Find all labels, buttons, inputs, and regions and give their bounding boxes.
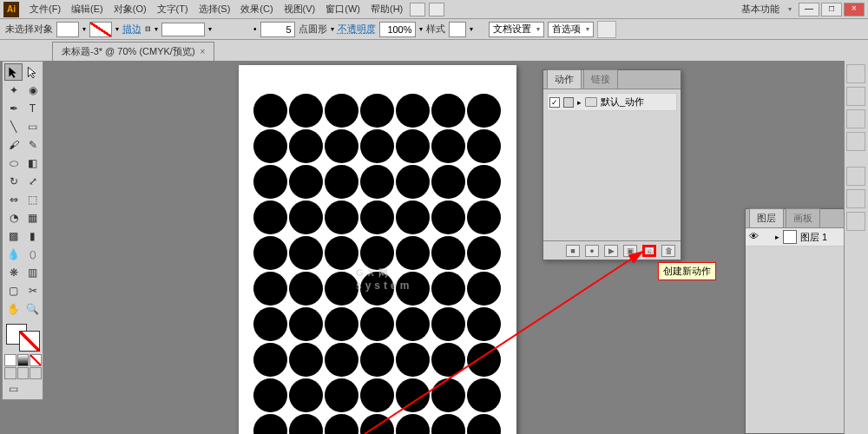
circle-shape[interactable]	[253, 236, 287, 270]
perspective-tool[interactable]: ▦	[23, 209, 42, 227]
circle-shape[interactable]	[467, 343, 501, 377]
gradient-mode-icon[interactable]	[17, 354, 30, 366]
circle-shape[interactable]	[467, 201, 501, 234]
hand-tool[interactable]: ✋	[4, 300, 23, 318]
shape-builder-tool[interactable]: ◔	[4, 209, 23, 227]
draw-behind-icon[interactable]	[17, 367, 30, 379]
new-action-icon[interactable]: ⎘	[642, 245, 656, 257]
circle-shape[interactable]	[325, 307, 358, 341]
circle-shape[interactable]	[396, 94, 430, 128]
circle-shape[interactable]	[325, 414, 358, 434]
circle-shape[interactable]	[253, 343, 287, 377]
circle-shape[interactable]	[431, 201, 465, 234]
circle-shape[interactable]	[396, 129, 430, 163]
circle-shape[interactable]	[289, 378, 323, 412]
circle-shape[interactable]	[360, 201, 394, 234]
circle-shape[interactable]	[467, 307, 501, 341]
circle-shape[interactable]	[467, 129, 501, 163]
pencil-tool[interactable]: ✎	[23, 136, 42, 154]
circle-shape[interactable]	[360, 343, 394, 377]
menu-view[interactable]: 视图(V)	[279, 1, 321, 17]
tab-artboards[interactable]: 画板	[786, 208, 820, 227]
pen-tool[interactable]: ✒	[4, 100, 23, 117]
toggle-dialog-check[interactable]	[563, 97, 574, 108]
blend-tool[interactable]: ⬯	[23, 246, 42, 263]
stroke-color[interactable]	[19, 331, 40, 352]
circle-shape[interactable]	[289, 343, 323, 377]
document-tab[interactable]: 未标题-3* @ 70% (CMYK/预览) ×	[52, 42, 214, 61]
graph-tool[interactable]: ▥	[23, 264, 42, 281]
eyedropper-tool[interactable]: 💧	[4, 246, 23, 263]
screen-mode-tool[interactable]: ▭	[4, 380, 23, 398]
circle-shape[interactable]	[360, 378, 394, 412]
window-minimize-button[interactable]: —	[799, 3, 819, 16]
preferences-button[interactable]: 首选项	[548, 22, 594, 37]
circle-shape[interactable]	[360, 307, 394, 341]
circle-shape[interactable]	[289, 414, 323, 434]
circle-shape[interactable]	[396, 378, 430, 412]
circle-shape[interactable]	[360, 236, 394, 270]
fill-swatch[interactable]	[56, 22, 79, 37]
circle-shape[interactable]	[431, 343, 465, 377]
scale-tool[interactable]: ⤢	[23, 173, 42, 190]
direct-selection-tool[interactable]	[23, 63, 42, 81]
record-action-icon[interactable]: ●	[585, 245, 599, 257]
paintbrush-tool[interactable]: 🖌	[4, 136, 23, 154]
circle-shape[interactable]	[396, 201, 430, 234]
circle-shape[interactable]	[360, 165, 394, 199]
magic-wand-tool[interactable]: ✦	[4, 82, 23, 99]
circle-shape[interactable]	[396, 272, 430, 306]
dock-gradient-icon[interactable]	[846, 189, 865, 208]
circle-shape[interactable]	[431, 165, 465, 199]
circle-shape[interactable]	[431, 236, 465, 270]
none-mode-icon[interactable]	[30, 354, 42, 366]
circle-shape[interactable]	[467, 94, 501, 128]
document-setup-button[interactable]: 文档设置	[489, 22, 544, 37]
fill-stroke-control[interactable]	[4, 322, 42, 353]
circle-shape[interactable]	[289, 272, 323, 306]
circle-shape[interactable]	[467, 272, 501, 306]
gradient-tool[interactable]: ▮	[23, 227, 42, 245]
draw-normal-icon[interactable]	[4, 367, 16, 379]
mesh-tool[interactable]: ▩	[4, 227, 23, 245]
menu-object[interactable]: 对象(O)	[108, 1, 152, 17]
window-close-button[interactable]: ×	[844, 3, 865, 16]
close-tab-icon[interactable]: ×	[201, 47, 206, 56]
circle-shape[interactable]	[396, 165, 430, 199]
width-tool[interactable]: ⇔	[4, 191, 23, 208]
circle-shape[interactable]	[325, 201, 358, 234]
circle-shape[interactable]	[396, 414, 430, 434]
circle-shape[interactable]	[253, 272, 287, 306]
dock-symbols-icon[interactable]	[846, 132, 865, 151]
circle-shape[interactable]	[431, 307, 465, 341]
circle-shape[interactable]	[253, 165, 287, 199]
blob-brush-tool[interactable]: ⬭	[4, 155, 23, 172]
circle-shape[interactable]	[431, 94, 465, 128]
circle-shape[interactable]	[253, 307, 287, 341]
draw-inside-icon[interactable]	[30, 367, 42, 379]
circle-shape[interactable]	[467, 414, 501, 434]
dock-color-icon[interactable]	[846, 64, 865, 83]
circle-shape[interactable]	[360, 129, 394, 163]
circle-shape[interactable]	[289, 236, 323, 270]
circle-shape[interactable]	[431, 378, 465, 412]
menu-effect[interactable]: 效果(C)	[235, 1, 278, 17]
slice-tool[interactable]: ✂	[23, 282, 42, 299]
window-maximize-button[interactable]: □	[821, 3, 842, 16]
stroke-label[interactable]: 描边	[122, 23, 141, 36]
type-tool[interactable]: T	[23, 100, 42, 117]
rectangle-tool[interactable]: ▭	[23, 118, 42, 135]
circle-shape[interactable]	[289, 165, 323, 199]
circle-shape[interactable]	[253, 414, 287, 434]
dock-transparency-icon[interactable]	[846, 212, 865, 231]
opacity-label[interactable]: 不透明度	[338, 23, 376, 36]
artboard-tool[interactable]: ▢	[4, 282, 23, 299]
circle-shape[interactable]	[431, 414, 465, 434]
opacity-input[interactable]: 100%	[379, 22, 416, 37]
tab-links[interactable]: 链接	[583, 69, 618, 89]
align-button[interactable]	[597, 21, 616, 38]
stroke-profile[interactable]	[161, 23, 205, 36]
zoom-tool[interactable]: 🔍	[23, 300, 42, 318]
circle-shape[interactable]	[289, 307, 323, 341]
selection-tool[interactable]	[4, 63, 23, 81]
